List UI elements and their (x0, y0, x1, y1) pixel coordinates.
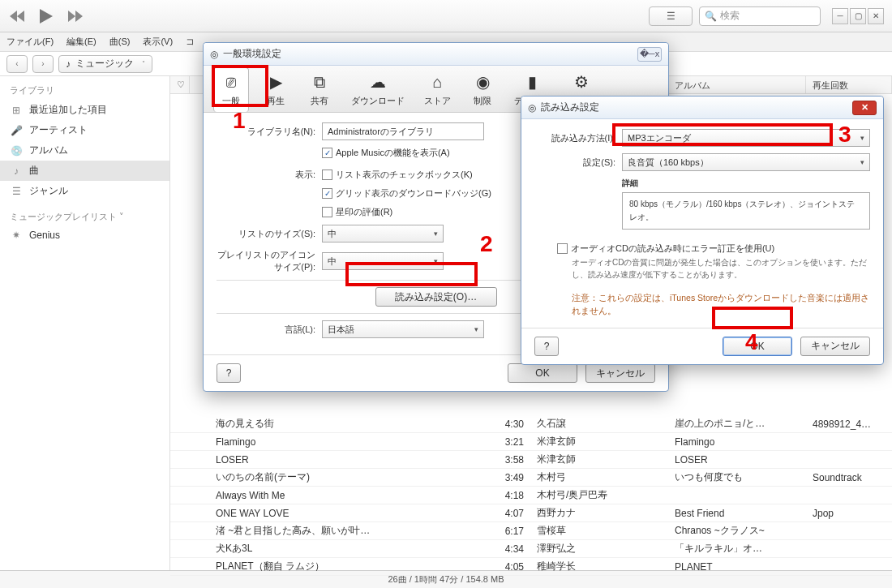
track-list: 海の見える街4:30久石譲崖の上のポニョ/と…4898912_4…Flaming… (170, 415, 892, 576)
import-titlebar[interactable]: ◎ 読み込み設定 ✕ (521, 97, 883, 119)
lang-select[interactable]: 日本語▾ (322, 320, 484, 338)
search-placeholder: 検索 (720, 9, 740, 23)
tab-icon: ☁ (366, 71, 390, 92)
listview-checkbox[interactable] (322, 170, 332, 180)
prefs-tab-3[interactable]: ☁ダウンロード (346, 68, 410, 112)
prefs-close-button[interactable]: �─x (637, 47, 662, 62)
menu-edit[interactable]: 編集(E) (66, 36, 96, 48)
prefs-tab-0[interactable]: ⎚一般 (213, 67, 249, 112)
prefs-ok-button[interactable]: OK (508, 363, 577, 383)
lang-label: 言語(L): (217, 324, 322, 336)
listsize-select[interactable]: 中▾ (322, 225, 444, 242)
album-column[interactable]: アルバム (668, 76, 806, 93)
annotation-number-2: 2 (480, 231, 493, 257)
play-button[interactable] (37, 7, 55, 25)
help-button[interactable]: ? (217, 363, 241, 383)
library-selector-label: ミュージック (75, 57, 134, 71)
itunes-small-icon: ◎ (528, 102, 536, 114)
sidebar-item-recent[interactable]: ⊞最近追加した項目 (0, 100, 169, 120)
plsize-select[interactable]: 中▾ (322, 252, 444, 270)
heart-column[interactable]: ♡ (170, 76, 190, 93)
chevron-down-icon: ▾ (434, 257, 438, 265)
chevron-down-icon: ▾ (860, 158, 864, 166)
window-maximize-button[interactable]: ▢ (850, 8, 866, 24)
import-note: 注意：これらの設定は、iTunes Storeからダウンロードした音楽には適用さ… (572, 292, 870, 318)
genius-icon: ✷ (10, 230, 23, 241)
search-input[interactable]: 🔍 検索 (699, 6, 821, 26)
applemusic-checkbox[interactable]: ✓ (322, 148, 332, 158)
menu-control[interactable]: コ (186, 36, 195, 48)
window-close-button[interactable]: ✕ (868, 8, 884, 24)
nav-forward-button[interactable]: › (32, 55, 54, 73)
table-row[interactable]: PLANET（翻自 ラムジ）4:05稚崎学长PLANET (170, 558, 892, 576)
listsize-label: リストのサイズ(S): (217, 228, 322, 240)
import-setting-label: 設定(S): (534, 157, 622, 169)
table-row[interactable]: 犬Kあ3L4:34澤野弘之「キルラキル」オ… (170, 540, 892, 558)
menu-song[interactable]: 曲(S) (109, 36, 131, 48)
applemusic-label: Apple Musicの機能を表示(A) (336, 147, 450, 159)
import-title: 読み込み設定 (541, 101, 599, 114)
plays-column[interactable]: 再生回数 (806, 76, 892, 93)
sidebar: ライブラリ ⊞最近追加した項目 🎤アーティスト 💿アルバム ♪曲 ☰ジャンル ミ… (0, 76, 170, 570)
tab-icon: ⎚ (219, 71, 243, 92)
prev-track-button[interactable] (8, 7, 26, 25)
table-row[interactable]: LOSER3:58米津玄師LOSER (170, 451, 892, 469)
next-track-button[interactable] (66, 7, 84, 25)
detail-header: 詳細 (622, 178, 870, 189)
sidebar-header-library: ライブラリ (0, 81, 169, 100)
album-icon: 💿 (10, 145, 23, 157)
search-icon: 🔍 (705, 11, 717, 22)
prefs-tab-1[interactable]: ▶再生 (259, 68, 293, 112)
prefs-titlebar[interactable]: ◎ 一般環境設定 �─x (204, 43, 668, 66)
sidebar-item-genres[interactable]: ☰ジャンル (0, 181, 169, 201)
menu-view[interactable]: 表示(V) (143, 36, 173, 48)
sidebar-header-playlists[interactable]: ミュージックプレイリスト ˅ (0, 208, 169, 226)
tab-icon: ▮ (520, 71, 544, 92)
table-row[interactable]: Flamingo3:21米津玄師Flamingo (170, 433, 892, 451)
annotation-number-1: 1 (233, 108, 246, 134)
import-help-button[interactable]: ? (534, 337, 559, 356)
tab-icon: ⚙ (569, 71, 594, 92)
sidebar-item-artists[interactable]: 🎤アーティスト (0, 120, 169, 140)
plsize-label: プレイリストのアイコンサイズ(P): (217, 249, 322, 273)
import-method-select[interactable]: MP3エンコーダ▾ (622, 129, 870, 147)
list-view-button[interactable]: ☰ (649, 6, 693, 26)
libname-input[interactable]: Administratorのライブラリ (322, 122, 484, 140)
tab-icon: ◉ (470, 71, 495, 92)
tab-icon: ⌂ (426, 71, 450, 92)
import-cancel-button[interactable]: キャンセル (800, 337, 870, 356)
import-settings-button[interactable]: 読み込み設定(O)… (375, 287, 497, 307)
table-row[interactable]: 海の見える街4:30久石譲崖の上のポニョ/と…4898912_4… (170, 415, 892, 433)
prefs-tab-2[interactable]: ⧉共有 (302, 68, 337, 112)
error-correction-checkbox[interactable] (557, 243, 568, 254)
prefs-tab-4[interactable]: ⌂ストア (419, 68, 456, 112)
sidebar-item-albums[interactable]: 💿アルバム (0, 140, 169, 161)
import-settings-dialog: ◎ 読み込み設定 ✕ 読み込み方法(I): MP3エンコーダ▾ 設定(S): 良… (521, 96, 884, 365)
detail-box: 80 kbps（モノラル）/160 kbps（ステレオ）、ジョイントステレオ。 (622, 192, 870, 230)
import-setting-select[interactable]: 良音質（160 kbps）▾ (622, 153, 870, 171)
window-minimize-button[interactable]: ─ (832, 8, 848, 24)
table-row[interactable]: Always With Me4:18木村弓/奥戸巴寿 (170, 487, 892, 504)
chevron-down-icon: ˅ (142, 60, 145, 67)
import-close-button[interactable]: ✕ (852, 101, 877, 115)
prefs-tab-5[interactable]: ◉制限 (465, 68, 500, 112)
import-method-label: 読み込み方法(I): (534, 132, 622, 144)
library-selector[interactable]: ♪ ミュージック ˅ (58, 55, 152, 73)
table-row[interactable]: 渚 ~君と目指した高み、願いが叶…6:17雪桜草Chranos ~クラノス~ (170, 522, 892, 540)
annotation-number-4: 4 (745, 329, 758, 355)
prefs-title: 一般環境設定 (223, 47, 281, 61)
gridbadge-checkbox[interactable]: ✓ (322, 188, 332, 199)
music-icon: ♪ (66, 58, 71, 70)
annotation-number-3: 3 (838, 122, 851, 148)
table-row[interactable]: いのちの名前(テーマ)3:49木村弓いつも何度でもSoundtrack (170, 469, 892, 487)
top-toolbar: ☰ 🔍 検索 ─ ▢ ✕ (0, 0, 892, 32)
sidebar-item-genius[interactable]: ✷Genius (0, 226, 169, 244)
menu-file[interactable]: ファイル(F) (6, 36, 54, 48)
sidebar-item-songs[interactable]: ♪曲 (0, 161, 169, 181)
songs-icon: ♪ (10, 165, 23, 177)
error-correction-note: オーディオCDの音質に問題が発生した場合は、このオプションを使います。ただし、読… (572, 256, 870, 281)
table-row[interactable]: ONE WAY LOVE4:07西野カナBest FriendJpop (170, 504, 892, 522)
nav-back-button[interactable]: ‹ (6, 55, 28, 73)
star-checkbox[interactable] (322, 207, 332, 217)
prefs-cancel-button[interactable]: キャンセル (585, 363, 655, 383)
